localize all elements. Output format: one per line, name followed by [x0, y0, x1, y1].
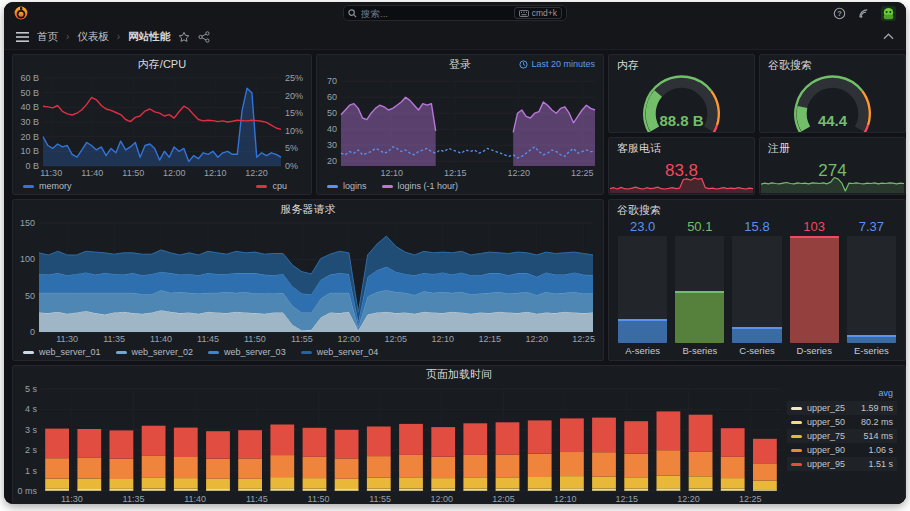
bar-gauge-column[interactable]: 23.0A-series — [618, 219, 667, 358]
svg-text:12:25: 12:25 — [572, 334, 595, 344]
help-icon[interactable]: ? — [833, 7, 846, 20]
panel-title[interactable]: 谷歌搜索 — [760, 55, 905, 71]
collapse-chevron-up-icon[interactable] — [883, 33, 894, 40]
svg-text:11:50: 11:50 — [122, 168, 144, 178]
server-requests-legend: web_server_01web_server_02web_server_03w… — [13, 344, 603, 360]
svg-text:12:00: 12:00 — [431, 494, 454, 504]
shortcut-label: cmd+k — [532, 8, 557, 18]
svg-text:10%: 10% — [285, 126, 303, 136]
legend-item[interactable]: upper_951.51 s — [787, 457, 897, 471]
svg-text:12:00: 12:00 — [338, 334, 361, 344]
svg-text:10 B: 10 B — [20, 146, 39, 156]
panel-title[interactable]: 页面加载时间 — [13, 366, 905, 382]
google-search-bar-gauge[interactable]: 23.0A-series50.1B-series15.8C-series103D… — [609, 216, 905, 360]
support-calls-stat[interactable]: 83.8 — [609, 154, 754, 194]
panel-title[interactable]: 服务器请求 — [13, 200, 603, 218]
legend-swatch — [791, 449, 802, 452]
breadcrumb-dashboards[interactable]: 仪表板 — [77, 30, 109, 44]
legend-avg-value: 80.2 ms — [861, 417, 893, 427]
panel-memory-gauge: 内存 88.8 B — [608, 54, 755, 133]
legend-item[interactable]: memory — [23, 181, 72, 191]
legend-item[interactable]: web_server_03 — [208, 347, 286, 357]
search-box[interactable]: cmd+k — [343, 5, 567, 21]
legend-label: upper_75 — [807, 431, 845, 441]
breadcrumb-current-dashboard: 网站性能 — [128, 30, 170, 44]
panel-title[interactable]: 内存 — [609, 55, 754, 71]
menu-hamburger-icon[interactable] — [16, 32, 29, 42]
time-range-indicator[interactable]: Last 20 minutes — [519, 55, 595, 73]
navbar-actions: ? — [833, 6, 896, 21]
legend-avg-value: 514 ms — [863, 431, 893, 441]
legend-label: web_server_04 — [317, 347, 379, 357]
bar-gauge-column[interactable]: 50.1B-series — [675, 219, 724, 358]
panel-title[interactable]: 客服电话 — [609, 138, 754, 154]
legend-swatch — [301, 351, 312, 354]
legend-item[interactable]: upper_901.06 s — [787, 443, 897, 457]
svg-text:50: 50 — [25, 291, 35, 301]
bar-gauge-column[interactable]: 15.8C-series — [732, 219, 781, 358]
legend-item[interactable]: cpu — [256, 181, 287, 191]
search-input[interactable] — [361, 8, 510, 19]
legend-avg-header[interactable]: avg — [787, 388, 897, 401]
svg-text:11:30: 11:30 — [40, 168, 62, 178]
svg-text:11:55: 11:55 — [369, 494, 391, 504]
panel-title[interactable]: 内存/CPU — [13, 55, 311, 73]
legend-item[interactable]: upper_251.59 ms — [787, 401, 897, 415]
svg-text:44.4: 44.4 — [818, 112, 848, 129]
favorite-star-icon[interactable] — [178, 31, 190, 43]
user-avatar[interactable] — [881, 6, 896, 21]
bar-track — [790, 236, 839, 343]
legend-label: web_server_01 — [39, 347, 101, 357]
panel-title[interactable]: 谷歌搜索 — [609, 200, 905, 216]
keyboard-icon — [519, 10, 529, 17]
legend-item[interactable]: logins — [327, 181, 367, 191]
bar-track — [847, 236, 896, 343]
memory-gauge[interactable]: 88.8 B — [609, 71, 754, 132]
panel-title[interactable]: 注册 — [760, 138, 905, 154]
svg-text:12:20: 12:20 — [677, 494, 700, 504]
logins-chart[interactable]: 20304050607012:1012:1512:2012:25 — [317, 73, 603, 178]
bar-fill — [675, 291, 724, 343]
svg-text:11:45: 11:45 — [197, 334, 219, 344]
svg-text:2 s: 2 s — [25, 445, 38, 455]
legend-label: upper_95 — [807, 459, 845, 469]
panel-support-calls: 客服电话 83.8 — [608, 137, 755, 195]
share-icon[interactable] — [198, 31, 210, 43]
legend-item[interactable]: logins (-1 hour) — [382, 181, 459, 191]
svg-text:11:30: 11:30 — [56, 334, 78, 344]
legend-swatch — [791, 421, 802, 424]
svg-text:40 B: 40 B — [20, 102, 39, 112]
page-load-chart[interactable]: 0 ms1 s2 s3 s4 s5 s11:3011:3511:4011:451… — [13, 382, 787, 504]
svg-text:0: 0 — [30, 327, 35, 337]
panel-logins: 登录 Last 20 minutes 20304050607012:1012:1… — [316, 54, 604, 195]
signups-stat[interactable]: 274 — [760, 154, 905, 194]
bar-fill — [790, 236, 839, 343]
memory-cpu-chart[interactable]: 0 B10 B20 B30 B40 B50 B60 B0%5%10%15%20%… — [13, 73, 311, 178]
server-requests-chart[interactable]: 05010015011:3011:3511:4011:4511:5011:551… — [13, 218, 603, 344]
legend-label: cpu — [272, 181, 287, 191]
bar-value: 50.1 — [675, 219, 724, 236]
bar-track — [675, 236, 724, 343]
google-search-gauge[interactable]: 44.4 — [760, 71, 905, 132]
legend-item[interactable]: upper_75514 ms — [787, 429, 897, 443]
top-navbar: cmd+k ? — [4, 2, 906, 24]
breadcrumb-home[interactable]: 首页 — [37, 30, 58, 44]
legend-item[interactable]: web_server_04 — [301, 347, 379, 357]
news-rss-icon[interactable] — [857, 7, 870, 20]
legend-item[interactable]: web_server_02 — [116, 347, 194, 357]
legend-label: upper_25 — [807, 403, 845, 413]
legend-item[interactable]: upper_5080.2 ms — [787, 415, 897, 429]
svg-text:20%: 20% — [285, 91, 303, 101]
svg-text:12:05: 12:05 — [492, 494, 515, 504]
svg-text:11:50: 11:50 — [308, 494, 330, 504]
bar-gauge-column[interactable]: 7.37E-series — [847, 219, 896, 358]
bar-gauge-column[interactable]: 103D-series — [790, 219, 839, 358]
svg-text:11:45: 11:45 — [246, 494, 268, 504]
legend-item[interactable]: web_server_01 — [23, 347, 101, 357]
legend-swatch — [327, 185, 338, 188]
svg-text:11:35: 11:35 — [103, 334, 125, 344]
bar-category-label: B-series — [675, 343, 724, 358]
grafana-logo-icon[interactable] — [14, 6, 28, 20]
svg-text:12:10: 12:10 — [204, 168, 227, 178]
legend-label: logins (-1 hour) — [398, 181, 459, 191]
